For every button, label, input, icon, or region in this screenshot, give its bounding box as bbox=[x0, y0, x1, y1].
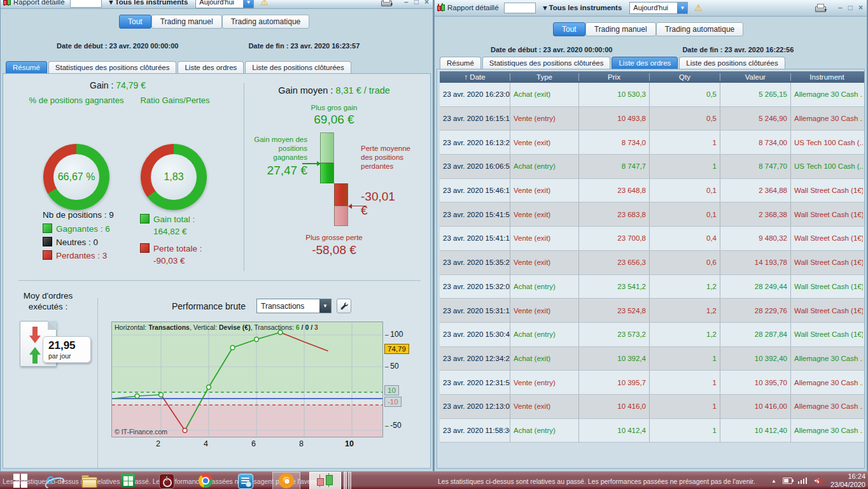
tab-resume[interactable]: Résumé bbox=[440, 57, 481, 69]
print-button[interactable]: ▾ bbox=[815, 4, 826, 12]
date-start: Date de début : 23 avr. 2020 00:00:00 bbox=[491, 46, 612, 53]
table-row[interactable]: 23 avr. 2020 15:41:12Vente (exit)23 700,… bbox=[440, 227, 864, 251]
tab-orders[interactable]: Liste des ordres bbox=[612, 57, 678, 69]
table-cell: Allemagne 30 Cash ... bbox=[790, 83, 863, 106]
table-cell: Vente (exit) bbox=[510, 251, 578, 274]
window-stub[interactable] bbox=[348, 472, 351, 489]
table-row[interactable]: 23 avr. 2020 15:32:08Achat (entry)23 541… bbox=[440, 275, 864, 299]
table-cell: 23 avr. 2020 12:34:28 bbox=[440, 347, 510, 371]
tab-resume[interactable]: Résumé bbox=[6, 61, 47, 73]
windows-store-icon[interactable] bbox=[121, 473, 136, 488]
right-titlebar: Rapport détaillé ▾ Tous les instruments … bbox=[435, 0, 867, 17]
column-header-qty[interactable]: Qty bbox=[649, 73, 720, 81]
filter-input[interactable] bbox=[504, 3, 536, 13]
max-gain-value: 69,06 € bbox=[293, 113, 375, 127]
volume-muted-icon[interactable] bbox=[814, 477, 823, 485]
table-cell: 23 648,8 bbox=[578, 179, 649, 202]
tab-orders[interactable]: Liste des ordres bbox=[178, 61, 244, 73]
chrome-icon[interactable] bbox=[199, 473, 214, 488]
filter-tab-manual[interactable]: Trading manuel bbox=[151, 15, 222, 29]
table-row[interactable]: 23 avr. 2020 16:23:00Achat (exit)10 530,… bbox=[440, 83, 864, 107]
notes-app-icon[interactable] bbox=[238, 473, 253, 488]
instruments-dropdown[interactable]: ▾ Tous les instruments bbox=[543, 3, 622, 12]
minimize-button[interactable]: – bbox=[838, 3, 843, 12]
clock[interactable]: 16:24 23/04/2020 bbox=[830, 472, 865, 489]
table-cell: 28 229,76 bbox=[720, 299, 790, 322]
tab-positions[interactable]: Liste des positions clôturées bbox=[245, 61, 351, 73]
battery-icon[interactable] bbox=[783, 478, 792, 484]
winrate-donut-chart: 66,67 % bbox=[43, 144, 109, 210]
internet-explorer-icon[interactable]: e bbox=[46, 473, 61, 488]
column-header-type[interactable]: Type bbox=[510, 73, 578, 81]
positions-win: Gagnantes : 6 bbox=[43, 223, 110, 234]
table-cell: 23 avr. 2020 12:13:04 bbox=[440, 395, 510, 418]
trading-app-icon[interactable] bbox=[316, 473, 336, 488]
table-row[interactable]: 23 avr. 2020 16:15:19Vente (entry)10 493… bbox=[440, 107, 864, 131]
maximize-button[interactable]: □ bbox=[848, 3, 853, 12]
date-end: Date de fin : 23 avr. 2020 16:22:56 bbox=[682, 46, 794, 53]
file-explorer-icon[interactable] bbox=[81, 473, 97, 488]
tray-expand-icon[interactable]: ▲ bbox=[771, 478, 776, 484]
table-row[interactable]: 23 avr. 2020 12:34:28Achat (exit)10 392,… bbox=[440, 347, 864, 371]
instruments-dropdown[interactable]: ▾ Tous les instruments bbox=[109, 0, 188, 6]
performance-select[interactable]: Transactions ▼ bbox=[256, 299, 332, 313]
table-cell: 23 541,2 bbox=[578, 275, 649, 299]
table-cell: Vente (entry) bbox=[510, 371, 578, 394]
column-header-valeur[interactable]: Valeur bbox=[720, 73, 790, 81]
avg-gain-value: 27,47 € bbox=[250, 164, 307, 178]
orders-table-body: 23 avr. 2020 16:23:00Achat (exit)10 530,… bbox=[440, 83, 864, 443]
period-select[interactable]: Aujourd'hui ▼ bbox=[629, 2, 688, 14]
period-select[interactable]: Aujourd'hui ▼ bbox=[195, 0, 254, 8]
table-row[interactable]: 23 avr. 2020 15:30:43Achat (entry)23 573… bbox=[440, 323, 864, 347]
table-cell: 1,2 bbox=[649, 275, 720, 299]
table-row[interactable]: 23 avr. 2020 15:46:10Vente (exit)23 648,… bbox=[440, 179, 864, 203]
filter-tab-all[interactable]: Tout bbox=[553, 22, 585, 36]
chevron-down-icon: ▼ bbox=[319, 299, 331, 313]
tab-stats[interactable]: Statistiques des positions clôturées bbox=[48, 61, 177, 73]
table-cell: 0,5 bbox=[649, 83, 720, 106]
table-row[interactable]: 23 avr. 2020 12:31:54Vente (entry)10 395… bbox=[440, 371, 864, 395]
minimize-button[interactable]: – bbox=[404, 0, 409, 6]
start-button[interactable] bbox=[13, 473, 28, 488]
date-end: Date de fin : 23 avr. 2020 16:23:57 bbox=[248, 42, 360, 50]
wrench-button[interactable] bbox=[337, 299, 351, 313]
upper-band-badge[interactable]: 10 bbox=[384, 385, 399, 395]
filter-input[interactable] bbox=[70, 0, 102, 8]
lower-band-badge[interactable]: -10 bbox=[384, 397, 402, 407]
ratio-donut-chart: 1,83 bbox=[141, 144, 207, 210]
tab-positions[interactable]: Liste des positions clôturées bbox=[679, 57, 785, 69]
table-row[interactable]: 23 avr. 2020 16:06:50Achat (entry)8 747,… bbox=[440, 155, 864, 179]
table-row[interactable]: 23 avr. 2020 15:41:51Vente (exit)23 683,… bbox=[440, 202, 864, 227]
table-row[interactable]: 23 avr. 2020 11:58:30Achat (entry)10 412… bbox=[440, 419, 864, 443]
orders-table-header: ↑ Date Type Prix Qty Valeur Instrument bbox=[440, 71, 864, 83]
filter-tab-auto[interactable]: Trading automatique bbox=[656, 22, 744, 36]
avg-loss-arrow-icon bbox=[351, 206, 367, 207]
column-header-date[interactable]: ↑ Date bbox=[440, 73, 510, 81]
chevron-down-icon[interactable]: ▼ bbox=[243, 0, 253, 8]
print-button[interactable]: ▾ bbox=[381, 0, 392, 6]
table-cell: 10 395,70 bbox=[720, 371, 790, 394]
ratio-title: Ratio Gains/Pertes bbox=[127, 96, 223, 105]
table-row[interactable]: 23 avr. 2020 15:31:17Vente (exit)23 524,… bbox=[440, 299, 864, 323]
close-button[interactable]: × bbox=[858, 3, 863, 12]
table-cell: 1 bbox=[649, 371, 720, 394]
close-button[interactable]: × bbox=[424, 0, 429, 6]
window-stub[interactable] bbox=[344, 472, 347, 489]
table-cell: 14 193,78 bbox=[720, 251, 790, 274]
table-cell: 10 530,3 bbox=[578, 83, 649, 106]
network-signal-icon[interactable] bbox=[798, 478, 808, 484]
table-row[interactable]: 23 avr. 2020 12:13:04Vente (exit)10 416,… bbox=[440, 395, 864, 419]
filter-tab-manual[interactable]: Trading manuel bbox=[585, 22, 656, 36]
table-row[interactable]: 23 avr. 2020 15:35:25Vente (exit)23 656,… bbox=[440, 251, 864, 275]
column-header-prix[interactable]: Prix bbox=[578, 73, 649, 81]
filter-tab-auto[interactable]: Trading automatique bbox=[222, 15, 310, 29]
tab-stats[interactable]: Statistiques des positions clôturées bbox=[482, 57, 611, 69]
chevron-down-icon[interactable]: ▼ bbox=[677, 3, 687, 13]
column-header-instrument[interactable]: Instrument bbox=[790, 73, 863, 81]
settings-gear-icon[interactable] bbox=[279, 473, 294, 488]
table-row[interactable]: 23 avr. 2020 16:13:20Vente (exit)8 734,0… bbox=[440, 131, 864, 155]
table-cell: Allemagne 30 Cash ... bbox=[790, 395, 863, 418]
power-button-icon[interactable] bbox=[159, 473, 174, 488]
filter-tab-all[interactable]: Tout bbox=[119, 15, 151, 29]
maximize-button[interactable]: □ bbox=[414, 0, 419, 6]
